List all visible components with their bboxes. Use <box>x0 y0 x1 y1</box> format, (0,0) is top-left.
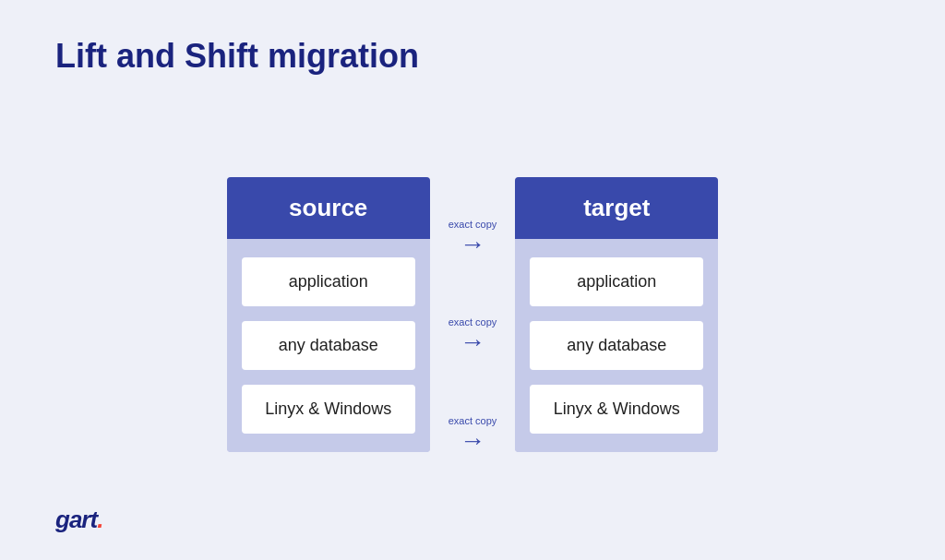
target-item-application: application <box>530 257 703 306</box>
arrow-icon-2: → <box>460 329 485 355</box>
arrow-icon-1: → <box>460 232 485 257</box>
target-column: target application any database Linyx & … <box>515 177 718 452</box>
arrow-group-2: exact copy → <box>449 316 497 355</box>
source-column: source application any database Linyx & … <box>227 177 430 452</box>
source-header: source <box>227 177 430 239</box>
target-header: target <box>515 177 718 239</box>
logo-text: gart <box>55 506 97 533</box>
arrow-label-2: exact copy <box>449 316 497 328</box>
slide: Lift and Shift migration source applicat… <box>0 0 945 560</box>
target-items: application any database Linyx & Windows <box>515 239 718 452</box>
source-items: application any database Linyx & Windows <box>227 239 430 452</box>
source-item-os: Linyx & Windows <box>242 385 415 434</box>
source-item-database: any database <box>242 321 415 370</box>
arrows-column: exact copy → exact copy → exact copy → <box>430 189 516 503</box>
logo: gart. <box>55 506 102 534</box>
arrow-icon-3: → <box>460 428 485 454</box>
target-item-os: Linyx & Windows <box>530 385 703 434</box>
arrow-label-3: exact copy <box>449 415 497 426</box>
arrow-label-1: exact copy <box>449 219 497 230</box>
logo-dot: . <box>97 506 102 533</box>
arrow-group-3: exact copy → <box>449 415 497 454</box>
page-title: Lift and Shift migration <box>55 37 890 76</box>
target-item-database: any database <box>530 321 703 370</box>
source-item-application: application <box>242 257 415 306</box>
arrow-group-1: exact copy → <box>449 219 497 257</box>
diagram: source application any database Linyx & … <box>55 105 890 523</box>
